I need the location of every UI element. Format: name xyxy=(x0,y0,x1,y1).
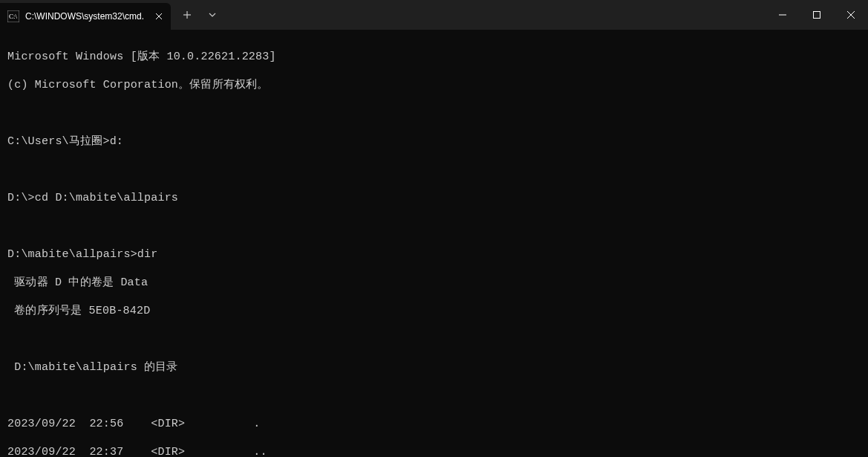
new-tab-button[interactable] xyxy=(177,4,198,25)
tab-dropdown-button[interactable] xyxy=(202,4,223,25)
blank-line xyxy=(7,389,861,403)
terminal-output[interactable]: Microsoft Windows [版本 10.0.22621.2283] (… xyxy=(0,30,868,457)
dir-entry: 2023/09/22 22:37 <DIR> .. xyxy=(7,445,861,457)
cmd-icon: C:\ xyxy=(7,10,19,22)
active-tab[interactable]: C:\ C:\WINDOWS\system32\cmd. xyxy=(0,3,171,30)
prompt: D:\mabite\allpairs> xyxy=(7,248,137,261)
command: cd D:\mabite\allpairs xyxy=(35,192,178,204)
titlebar-drag-region[interactable] xyxy=(223,0,766,30)
header-line: (c) Microsoft Corporation。保留所有权利。 xyxy=(7,78,861,92)
maximize-button[interactable] xyxy=(800,0,834,30)
svg-rect-7 xyxy=(814,12,820,19)
command: d: xyxy=(110,135,123,148)
blank-line xyxy=(7,106,861,120)
dir-serial-line: 卷的序列号是 5E0B-842D xyxy=(7,304,861,318)
command-line: D:\>cd D:\mabite\allpairs xyxy=(7,191,861,205)
command-line: C:\Users\马拉圈>d: xyxy=(7,134,861,149)
blank-line xyxy=(7,163,861,177)
header-line: Microsoft Windows [版本 10.0.22621.2283] xyxy=(7,50,861,64)
prompt: C:\Users\马拉圈> xyxy=(7,135,110,148)
dir-of-line: D:\mabite\allpairs 的目录 xyxy=(7,360,861,375)
tab-close-button[interactable] xyxy=(153,10,165,22)
svg-text:C:\: C:\ xyxy=(9,13,18,20)
close-button[interactable] xyxy=(834,0,868,30)
window-controls xyxy=(766,0,868,30)
dir-entry: 2023/09/22 22:56 <DIR> . xyxy=(7,417,861,431)
blank-line xyxy=(7,332,861,346)
command: dir xyxy=(137,248,158,261)
titlebar: C:\ C:\WINDOWS\system32\cmd. xyxy=(0,0,868,30)
tab-actions xyxy=(171,0,223,30)
dir-drive-line: 驱动器 D 中的卷是 Data xyxy=(7,276,861,290)
command-line: D:\mabite\allpairs>dir xyxy=(7,247,861,262)
blank-line xyxy=(7,219,861,233)
prompt: D:\> xyxy=(7,192,35,204)
minimize-button[interactable] xyxy=(766,0,800,30)
tab-title: C:\WINDOWS\system32\cmd. xyxy=(25,11,147,22)
